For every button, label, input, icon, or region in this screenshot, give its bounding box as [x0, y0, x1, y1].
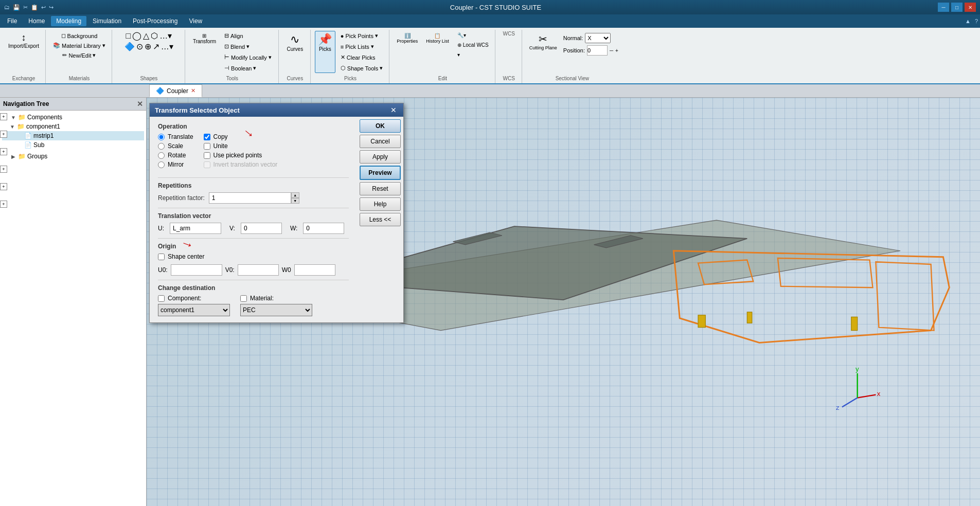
titlebar-controls[interactable]: ─ □ ✕	[938, 3, 976, 12]
cancel-button[interactable]: Cancel	[360, 135, 401, 148]
pick-points-button[interactable]: ● Pick Points ▾	[337, 31, 386, 41]
spinner-up[interactable]: ▲	[291, 192, 299, 198]
repetition-factor-input[interactable]	[209, 192, 291, 204]
shape-icon-more[interactable]: …▾	[159, 31, 172, 41]
maximize-button[interactable]: □	[951, 3, 963, 12]
menu-view[interactable]: View	[184, 16, 207, 26]
radio-mirror[interactable]: Mirror	[158, 161, 193, 168]
radio-scale-input[interactable]	[158, 143, 165, 150]
shape-icon-7[interactable]: ⊕	[145, 42, 151, 51]
tree-item-components[interactable]: ▼ 📁 Components	[2, 113, 144, 122]
v0-input[interactable]	[238, 264, 279, 276]
radio-rotate[interactable]: Rotate	[158, 152, 193, 159]
preview-button[interactable]: Preview	[360, 166, 401, 180]
transform-button[interactable]: ⊞ Transform	[190, 31, 219, 73]
radio-translate[interactable]: Translate	[158, 133, 193, 140]
ribbon-collapse[interactable]: ▲	[965, 18, 971, 24]
normal-select[interactable]: XYZ	[585, 33, 611, 43]
side-expand-1[interactable]: +	[0, 113, 7, 120]
side-expand-3[interactable]: +	[0, 148, 7, 155]
use-picked-points-label: Use picked points	[213, 152, 262, 159]
menu-simulation[interactable]: Simulation	[87, 16, 127, 26]
component-checkbox[interactable]	[158, 295, 165, 302]
help-button[interactable]: Help	[360, 197, 401, 211]
tab-coupler-close[interactable]: ✕	[191, 87, 195, 94]
dialog-close-button[interactable]: ✕	[389, 106, 398, 114]
ok-button[interactable]: OK	[360, 119, 401, 133]
cutting-plane-button[interactable]: ✂ Cutting Plane	[526, 31, 560, 52]
close-window-button[interactable]: ✕	[965, 3, 976, 12]
side-expand-4[interactable]: +	[0, 166, 7, 173]
v-input[interactable]	[241, 223, 282, 234]
shape-icon-2[interactable]: ◯	[132, 31, 141, 41]
less-button[interactable]: Less <<	[360, 213, 401, 226]
unite-checkbox[interactable]	[204, 143, 210, 150]
align-button[interactable]: ⊟ Align	[221, 31, 275, 41]
use-picked-points-checkbox[interactable]	[204, 152, 210, 159]
shape-icon-5[interactable]: 🔷	[124, 42, 135, 51]
clear-picks-button[interactable]: ✕ Clear Picks	[337, 52, 386, 62]
shape-tools-button[interactable]: ⬡ Shape Tools ▾	[337, 63, 386, 73]
component-checkbox-label[interactable]: Component:	[158, 295, 230, 302]
copy-checkbox[interactable]	[204, 134, 210, 140]
modify-locally-button[interactable]: ⊢ Modify Locally ▾	[221, 52, 275, 62]
side-expand-2[interactable]: +	[0, 131, 7, 138]
w-input[interactable]	[303, 223, 344, 234]
position-input[interactable]	[587, 45, 608, 56]
menu-home[interactable]: Home	[23, 16, 50, 26]
minimize-button[interactable]: ─	[938, 3, 949, 12]
shape-center-checkbox[interactable]	[158, 254, 165, 260]
shape-icon-more2[interactable]: …▾	[161, 42, 173, 51]
shape-icon-4[interactable]: ⬡	[151, 31, 158, 41]
reset-button[interactable]: Reset	[360, 182, 401, 195]
u0-input[interactable]	[171, 264, 222, 276]
u-input[interactable]	[170, 223, 221, 234]
material-library-button[interactable]: 📚 Material Library ▾	[50, 41, 109, 50]
pick-lists-button[interactable]: ≡ Pick Lists ▾	[337, 42, 386, 51]
component-select[interactable]: component1	[158, 304, 230, 316]
tree-item-groups[interactable]: ▶ 📁 Groups	[2, 152, 144, 161]
edit-small-btn1[interactable]: 🔧▾	[454, 31, 492, 40]
blend-button[interactable]: ⊡ Blend ▾	[221, 42, 275, 51]
w0-input[interactable]	[294, 264, 335, 276]
copy-checkbox-label[interactable]: Copy	[204, 133, 278, 140]
shape-icon-1[interactable]: □	[126, 31, 131, 41]
menu-file[interactable]: File	[2, 16, 22, 26]
material-select[interactable]: PEC	[240, 304, 312, 316]
side-expand-5[interactable]: +	[0, 183, 7, 190]
radio-translate-input[interactable]	[158, 134, 165, 140]
wcs-dropdown-btn[interactable]: ▾	[454, 50, 492, 59]
apply-button[interactable]: Apply	[360, 150, 401, 164]
tree-item-component1[interactable]: ▼ 📁 component1	[2, 122, 144, 131]
use-picked-points-checkbox-label[interactable]: Use picked points	[204, 152, 278, 159]
menu-post-processing[interactable]: Post-Processing	[128, 16, 183, 26]
help-icon[interactable]: ?	[975, 18, 978, 24]
background-button[interactable]: ◻ Background	[58, 31, 101, 41]
radio-rotate-input[interactable]	[158, 152, 165, 159]
menu-modeling[interactable]: Modeling	[51, 16, 86, 26]
nav-tree-close[interactable]: ✕	[137, 100, 143, 108]
shape-icon-8[interactable]: ↗	[153, 42, 159, 51]
curves-button[interactable]: ∿ Curves	[284, 31, 307, 54]
material-checkbox[interactable]	[240, 295, 247, 302]
shape-icon-6[interactable]: ⊙	[136, 42, 143, 51]
history-list-button[interactable]: 📋 History List	[423, 31, 452, 46]
new-edit-button[interactable]: ✏ New/Edit ▾	[59, 50, 99, 60]
viewport[interactable]: u v w x y z	[147, 98, 980, 506]
shape-icon-3[interactable]: △	[143, 31, 149, 41]
radio-mirror-input[interactable]	[158, 161, 165, 168]
local-wcs-button[interactable]: ⊕ Local WCS	[454, 41, 492, 49]
tab-coupler[interactable]: 🔷 Coupler ✕	[149, 84, 202, 97]
tree-item-mstrip1[interactable]: 📄 mstrip1	[2, 131, 144, 140]
picks-button[interactable]: 📌 Picks	[315, 31, 335, 73]
properties-button[interactable]: ℹ️ Properties	[394, 31, 421, 46]
unite-checkbox-label[interactable]: Unite	[204, 142, 278, 150]
shape-center-label[interactable]: Shape center	[158, 253, 204, 260]
material-checkbox-label[interactable]: Material:	[240, 295, 312, 302]
side-expand-6[interactable]: +	[0, 201, 7, 208]
radio-scale[interactable]: Scale	[158, 142, 193, 150]
import-export-button[interactable]: ↕️ Import/Export	[5, 31, 42, 51]
tree-item-sub[interactable]: 📄 Sub	[2, 140, 144, 150]
boolean-button[interactable]: ⊣ Boolean ▾	[221, 63, 275, 73]
spinner-down[interactable]: ▼	[291, 198, 299, 204]
